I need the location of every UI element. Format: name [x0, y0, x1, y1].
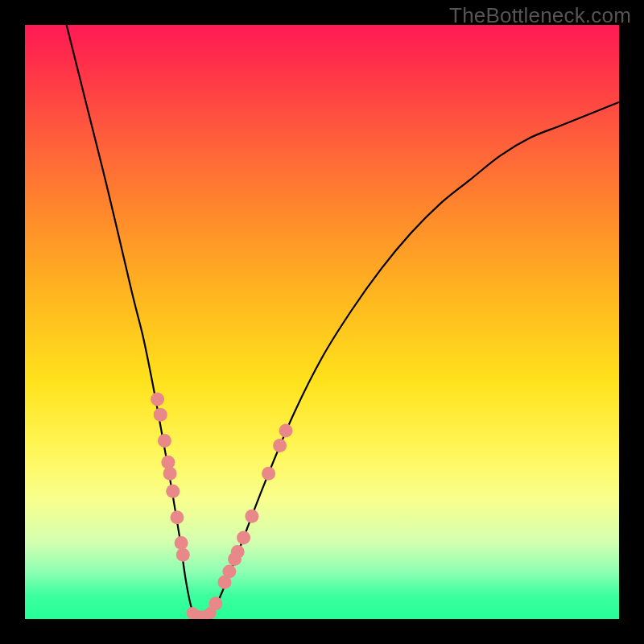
data-point — [158, 434, 171, 448]
data-point — [154, 408, 167, 422]
data-point — [222, 564, 236, 578]
data-point — [166, 485, 180, 498]
data-point — [163, 467, 177, 481]
data-point — [273, 439, 287, 452]
main-curve — [67, 25, 619, 619]
chart-plot-area — [25, 25, 619, 619]
data-point — [204, 607, 217, 619]
data-point — [237, 530, 250, 544]
main-curve-path — [67, 25, 619, 619]
data-point — [175, 536, 188, 550]
data-point — [176, 548, 190, 562]
chart-svg — [25, 25, 619, 619]
data-point — [262, 467, 275, 481]
data-point — [245, 510, 258, 523]
chart-frame: TheBottleneck.com — [0, 0, 644, 644]
left-arm-dots — [151, 392, 190, 561]
data-point — [231, 545, 245, 559]
data-point — [170, 510, 184, 524]
trough-dots — [187, 607, 217, 619]
data-point — [279, 424, 292, 438]
data-point — [151, 392, 164, 406]
right-arm-dots — [208, 424, 292, 611]
